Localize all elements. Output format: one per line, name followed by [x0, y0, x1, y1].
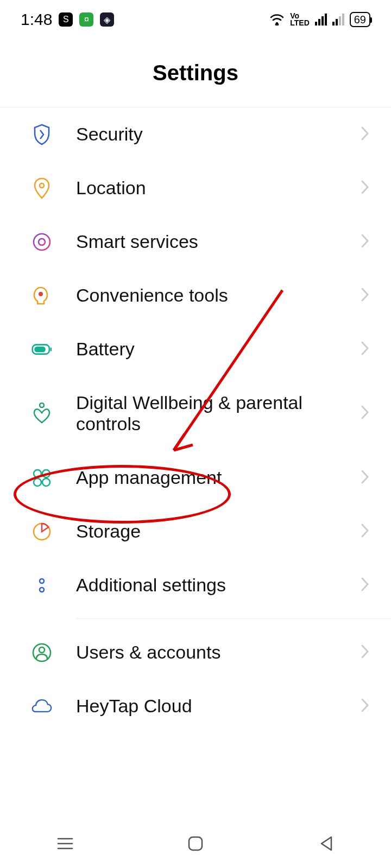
- battery-icon: 69: [350, 12, 370, 27]
- cloud-icon: [31, 696, 52, 717]
- status-right: VoLTED 69: [269, 12, 370, 27]
- chevron-right-icon: [361, 341, 369, 358]
- settings-item-label: HeyTap Cloud: [76, 695, 361, 717]
- chevron-right-icon: [361, 287, 369, 304]
- svg-rect-6: [34, 346, 46, 352]
- settings-item-label: Battery: [76, 339, 361, 360]
- smart-services-icon: [31, 232, 52, 252]
- settings-item-label: Location: [76, 177, 361, 199]
- svg-rect-22: [189, 837, 202, 850]
- settings-item-location[interactable]: Location: [0, 161, 391, 215]
- chevron-right-icon: [361, 577, 369, 594]
- settings-item-smart-services[interactable]: Smart services: [0, 215, 391, 269]
- chevron-right-icon: [361, 644, 369, 661]
- shield-icon: [31, 124, 52, 145]
- apps-icon: [31, 468, 52, 488]
- chevron-right-icon: [361, 523, 369, 540]
- page-header: Settings: [0, 39, 391, 107]
- convenience-icon: [31, 285, 52, 306]
- settings-item-label: Users & accounts: [76, 642, 361, 663]
- nav-back-button[interactable]: [315, 833, 337, 854]
- app-icon-2: ¤: [79, 12, 93, 27]
- settings-item-battery[interactable]: Battery: [0, 322, 391, 376]
- svg-point-9: [34, 470, 41, 477]
- svg-rect-7: [51, 347, 52, 351]
- settings-item-label: Digital Wellbeing & parental controls: [76, 392, 361, 435]
- battery-item-icon: [31, 339, 52, 360]
- location-icon: [31, 178, 52, 199]
- svg-point-0: [276, 22, 278, 24]
- signal-2-icon: [332, 14, 344, 25]
- nav-home-button[interactable]: [185, 833, 206, 854]
- navigation-bar: [0, 819, 391, 868]
- battery-level: 69: [354, 14, 366, 26]
- chevron-right-icon: [361, 180, 369, 197]
- svg-point-1: [40, 183, 44, 188]
- settings-item-label: App management: [76, 467, 361, 488]
- svg-point-2: [34, 234, 50, 250]
- settings-item-label: Storage: [76, 521, 361, 542]
- volte-icon: VoLTED: [290, 12, 310, 26]
- storage-icon: [31, 521, 52, 542]
- svg-point-4: [39, 292, 43, 296]
- status-left: 1:48 S ¤ ◈: [21, 10, 114, 29]
- additional-icon: [31, 575, 52, 596]
- settings-item-convenience-tools[interactable]: Convenience tools: [0, 269, 391, 322]
- svg-point-11: [34, 478, 41, 486]
- svg-point-3: [39, 239, 45, 245]
- chevron-right-icon: [361, 469, 369, 487]
- settings-item-label: Smart services: [76, 231, 361, 252]
- settings-item-additional-settings[interactable]: Additional settings: [0, 558, 391, 612]
- settings-item-security[interactable]: Security: [0, 107, 391, 161]
- settings-item-digital-wellbeing[interactable]: Digital Wellbeing & parental controls: [0, 376, 391, 451]
- svg-point-8: [40, 403, 44, 407]
- svg-point-14: [40, 579, 44, 583]
- chevron-right-icon: [361, 698, 369, 715]
- svg-point-15: [40, 588, 44, 592]
- chevron-right-icon: [361, 126, 369, 143]
- svg-point-12: [42, 478, 50, 486]
- signal-1-icon: [315, 14, 327, 25]
- settings-item-heytap-cloud[interactable]: HeyTap Cloud: [0, 679, 391, 733]
- wifi-icon: [269, 14, 285, 25]
- status-bar: 1:48 S ¤ ◈ VoLTED 69: [0, 0, 391, 39]
- nav-recent-button[interactable]: [54, 833, 76, 854]
- chevron-right-icon: [361, 233, 369, 251]
- page-title: Settings: [0, 61, 391, 85]
- status-time: 1:48: [21, 10, 52, 29]
- section-divider: [76, 618, 391, 619]
- settings-item-storage[interactable]: Storage: [0, 505, 391, 558]
- settings-item-label: Security: [76, 124, 361, 145]
- settings-item-label: Additional settings: [76, 575, 361, 596]
- settings-list: Security Location Smart services Conveni…: [0, 107, 391, 733]
- app-icon-1: S: [59, 12, 73, 27]
- settings-item-app-management[interactable]: App management: [0, 451, 391, 505]
- svg-point-17: [39, 647, 45, 653]
- app-icon-3: ◈: [100, 12, 114, 27]
- users-icon: [31, 642, 52, 663]
- wellbeing-icon: [31, 403, 52, 424]
- svg-point-10: [42, 470, 50, 477]
- settings-item-users-accounts[interactable]: Users & accounts: [0, 626, 391, 679]
- settings-item-label: Convenience tools: [76, 285, 361, 306]
- chevron-right-icon: [361, 405, 369, 422]
